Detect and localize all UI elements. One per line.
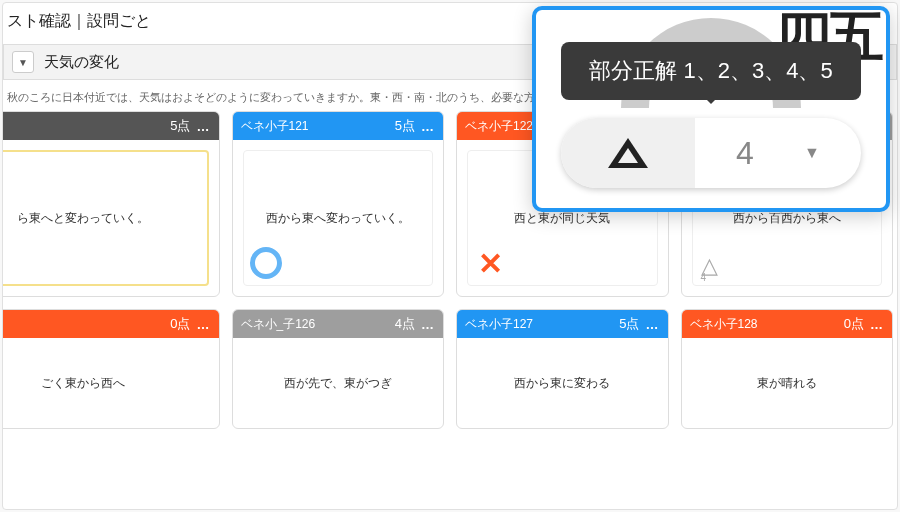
answer-text: 東が晴れる: [692, 348, 883, 418]
student-name: ベネ小子121: [241, 118, 309, 135]
correct-mark-icon: [250, 247, 282, 279]
student-name: ベネ小_子126: [241, 316, 316, 333]
answer-text: 西から東へ変わっていく。: [243, 150, 434, 286]
partial-correct-button[interactable]: [561, 118, 695, 188]
answer-card[interactable]: ベネ小子127 5点… 西から東に変わる: [456, 309, 669, 429]
score-value: 4: [736, 135, 754, 172]
answer-card[interactable]: ベネ小子128 0点… 東が晴れる: [681, 309, 894, 429]
card-score: 5点 …: [395, 117, 435, 135]
card-header: ベネ小子128 0点…: [682, 310, 893, 338]
more-icon[interactable]: …: [197, 317, 211, 332]
answer-text: ら東へと変わっていく。: [2, 150, 209, 286]
more-icon[interactable]: …: [421, 317, 435, 332]
chevron-down-icon[interactable]: ▼: [804, 144, 820, 162]
more-icon[interactable]: …: [421, 119, 435, 134]
more-icon[interactable]: …: [646, 317, 660, 332]
answer-card[interactable]: ベネ小子121 5点 … 西から東へ変わっていく。: [232, 111, 445, 297]
card-header: 0点…: [2, 310, 219, 338]
student-name: ベネ小子122: [465, 118, 533, 135]
score-selector[interactable]: 4 ▼: [695, 118, 861, 188]
answer-text: 西が先で、東がつぎ: [243, 348, 434, 418]
card-header: ベネ小子121 5点 …: [233, 112, 444, 140]
card-header: ベネ小_子126 4点…: [233, 310, 444, 338]
answer-text: 西から東に変わる: [467, 348, 658, 418]
student-name: ベネ小子127: [465, 316, 533, 333]
triangle-icon: [608, 138, 648, 168]
cards-row-2: 0点… ごく東から西へ ベネ小_子126 4点… 西が先で、東がつぎ ベネ小子1…: [3, 309, 897, 441]
card-header: 5点 …: [2, 112, 219, 140]
partial-mark-number: 4: [701, 272, 707, 283]
card-score: 5点 …: [170, 117, 210, 135]
card-header: ベネ小子127 5点…: [457, 310, 668, 338]
scoring-pill: 4 ▼: [561, 118, 861, 188]
more-icon[interactable]: …: [870, 317, 884, 332]
overlay-pointer-icon: [739, 208, 767, 212]
answer-text: ごく東から西へ: [2, 348, 209, 418]
student-name: ベネ小子128: [690, 316, 758, 333]
answer-card[interactable]: 5点 … ら東へと変わっていく。: [2, 111, 220, 297]
more-icon[interactable]: …: [197, 119, 211, 134]
answer-card[interactable]: 0点… ごく東から西へ: [2, 309, 220, 429]
partial-correct-tooltip: 部分正解 1、2、3、4、5: [561, 42, 861, 100]
answer-card[interactable]: ベネ小_子126 4点… 西が先で、東がつぎ: [232, 309, 445, 429]
topic-label: 天気の変化: [44, 53, 119, 72]
scoring-popup: 四五 部分正解 1、2、3、4、5 4 ▼: [532, 6, 890, 212]
incorrect-mark-icon: ✕: [478, 249, 503, 279]
topic-dropdown-button[interactable]: ▼: [12, 51, 34, 73]
